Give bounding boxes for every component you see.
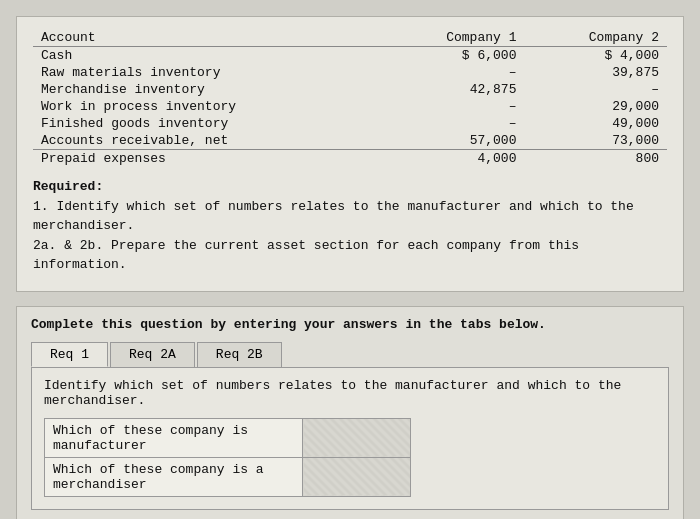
table-row: Finished goods inventory–49,000	[33, 115, 667, 132]
company2-cell: –	[524, 81, 667, 98]
required-item1: 1. Identify which set of numbers relates…	[33, 199, 634, 234]
company1-cell: –	[382, 115, 525, 132]
col-company2-header: Company 2	[524, 29, 667, 47]
account-cell: Work in process inventory	[33, 98, 382, 115]
table-row: Cash$ 6,000$ 4,000	[33, 47, 667, 65]
complete-box: Complete this question by entering your …	[16, 306, 684, 520]
answer-label: Which of these company is a merchandiser	[45, 457, 303, 496]
answer-row: Which of these company is manufacturer	[45, 418, 411, 457]
tab-req2a[interactable]: Req 2A	[110, 342, 195, 367]
account-cell: Merchandise inventory	[33, 81, 382, 98]
company2-cell: 73,000	[524, 132, 667, 150]
company1-cell: 4,000	[382, 150, 525, 168]
answer-row: Which of these company is a merchandiser	[45, 457, 411, 496]
company2-cell: 39,875	[524, 64, 667, 81]
answer-table: Which of these company is manufacturerWh…	[44, 418, 411, 497]
required-section: Required: 1. Identify which set of numbe…	[33, 177, 667, 275]
company2-cell: $ 4,000	[524, 47, 667, 65]
table-row: Work in process inventory–29,000	[33, 98, 667, 115]
table-row: Prepaid expenses4,000800	[33, 150, 667, 168]
main-container: Account Company 1 Company 2 Cash$ 6,000$…	[16, 16, 684, 292]
col-company1-header: Company 1	[382, 29, 525, 47]
company1-cell: –	[382, 98, 525, 115]
tab-req1[interactable]: Req 1	[31, 342, 108, 367]
required-title: Required:	[33, 179, 103, 194]
company2-cell: 49,000	[524, 115, 667, 132]
col-account-header: Account	[33, 29, 382, 47]
answer-input[interactable]	[311, 430, 402, 445]
tab-description: Identify which set of numbers relates to…	[44, 378, 656, 408]
answer-label: Which of these company is manufacturer	[45, 418, 303, 457]
account-cell: Cash	[33, 47, 382, 65]
company2-cell: 800	[524, 150, 667, 168]
tab-req2b[interactable]: Req 2B	[197, 342, 282, 367]
required-item2: 2a. & 2b. Prepare the current asset sect…	[33, 238, 579, 273]
company1-cell: 42,875	[382, 81, 525, 98]
account-cell: Prepaid expenses	[33, 150, 382, 168]
company1-cell: 57,000	[382, 132, 525, 150]
company2-cell: 29,000	[524, 98, 667, 115]
table-row: Raw materials inventory–39,875	[33, 64, 667, 81]
account-cell: Accounts receivable, net	[33, 132, 382, 150]
account-cell: Raw materials inventory	[33, 64, 382, 81]
company1-cell: –	[382, 64, 525, 81]
table-row: Merchandise inventory42,875–	[33, 81, 667, 98]
answer-input-cell[interactable]	[303, 418, 411, 457]
company1-cell: $ 6,000	[382, 47, 525, 65]
answer-input-cell[interactable]	[303, 457, 411, 496]
table-row: Accounts receivable, net57,00073,000	[33, 132, 667, 150]
answer-input[interactable]	[311, 469, 402, 484]
tab-content: Identify which set of numbers relates to…	[31, 367, 669, 510]
account-cell: Finished goods inventory	[33, 115, 382, 132]
tabs-row: Req 1 Req 2A Req 2B	[31, 342, 669, 367]
accounts-table: Account Company 1 Company 2 Cash$ 6,000$…	[33, 29, 667, 167]
complete-instruction: Complete this question by entering your …	[31, 317, 669, 332]
